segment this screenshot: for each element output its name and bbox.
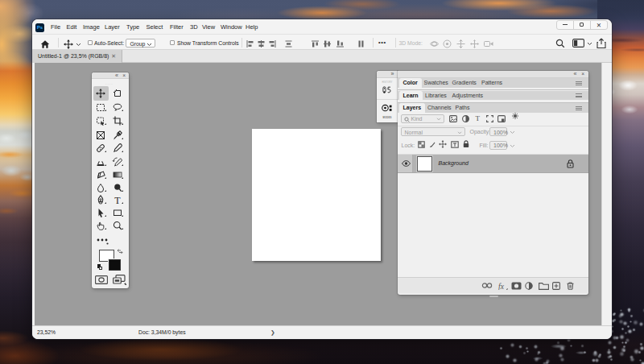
svg-text:T: T: [114, 195, 121, 206]
svg-text:fx: fx: [498, 283, 505, 291]
